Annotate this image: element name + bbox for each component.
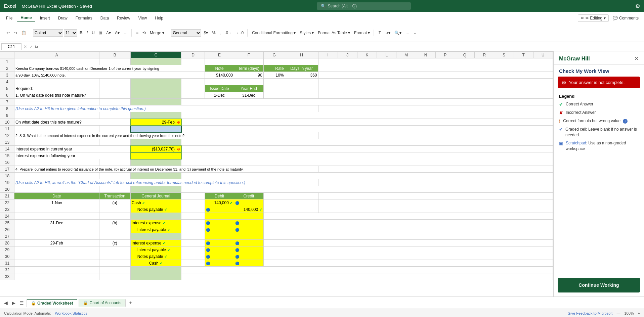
- cell-D18-rest[interactable]: [181, 173, 553, 179]
- cell-B4[interactable]: [99, 79, 130, 85]
- cell-D22[interactable]: [181, 199, 205, 206]
- cell-I8-rest[interactable]: [318, 105, 553, 112]
- cell-D11-rest[interactable]: [181, 126, 553, 132]
- cell-F28[interactable]: 🔵: [234, 240, 263, 246]
- expand-btn[interactable]: ⌄: [412, 30, 419, 36]
- format-as-table-btn[interactable]: Format As Table ▾: [316, 30, 352, 36]
- cell-I6-rest[interactable]: [318, 92, 553, 99]
- cell-G4[interactable]: [263, 79, 285, 85]
- clipboard-button[interactable]: 📋: [19, 30, 28, 36]
- cell-C24[interactable]: [130, 213, 181, 220]
- cell-B9[interactable]: [99, 112, 130, 119]
- cell-D21[interactable]: [181, 193, 205, 199]
- cell-D16-rest[interactable]: [181, 159, 553, 166]
- col-header-E[interactable]: E: [205, 52, 234, 58]
- col-header-B[interactable]: B: [99, 52, 130, 58]
- font-size-select[interactable]: 11: [64, 29, 77, 37]
- cell-A32[interactable]: [14, 267, 99, 273]
- cell-B33[interactable]: [99, 273, 130, 280]
- cell-D25[interactable]: [181, 220, 205, 226]
- cell-C7[interactable]: [130, 99, 181, 105]
- cell-D20-rest[interactable]: [181, 186, 553, 193]
- decrease-decimal-btn[interactable]: ←.0: [234, 30, 245, 36]
- col-header-H[interactable]: H: [285, 52, 318, 58]
- cell-C31[interactable]: Cash ✔: [130, 260, 181, 267]
- cell-C5[interactable]: [130, 85, 181, 92]
- cell-H2-days[interactable]: Days in year: [285, 65, 318, 72]
- info-icon[interactable]: i: [623, 119, 628, 124]
- cell-A23[interactable]: [14, 206, 99, 213]
- col-header-I[interactable]: I: [318, 52, 338, 58]
- cell-B7[interactable]: [99, 99, 130, 105]
- cell-A6[interactable]: 1. On what date does this note mature?: [14, 92, 99, 99]
- cell-A30[interactable]: [14, 253, 99, 260]
- sum-btn[interactable]: Σ: [377, 30, 382, 36]
- cell-C23-np[interactable]: Notes payable ✔: [130, 206, 181, 213]
- format-btn[interactable]: Format ▾: [352, 30, 372, 36]
- grid-scroll-area[interactable]: A B C D E F G H I J K L M N P: [0, 51, 553, 280]
- cell-B21-trans[interactable]: Transaction: [99, 193, 130, 199]
- cell-H6[interactable]: [285, 92, 318, 99]
- cell-C22-cash[interactable]: Cash ✔: [130, 199, 181, 206]
- cell-D23[interactable]: [181, 206, 205, 213]
- cell-H3-val[interactable]: 360: [285, 72, 318, 79]
- col-header-T[interactable]: T: [514, 52, 533, 58]
- cell-D26[interactable]: [181, 226, 205, 233]
- cell-E30[interactable]: 🔵: [205, 253, 234, 260]
- cell-E2-note[interactable]: Note: [205, 65, 234, 72]
- find-btn[interactable]: 🔍▾: [393, 30, 403, 36]
- cell-I1-rest[interactable]: [318, 58, 553, 65]
- col-header-G[interactable]: G: [263, 52, 285, 58]
- tab-help[interactable]: Help: [152, 14, 167, 22]
- cell-A2[interactable]: Keesha Company borrows $140,000 cash on …: [14, 65, 205, 72]
- cell-C18[interactable]: [130, 173, 181, 179]
- cell-F27[interactable]: [234, 233, 263, 240]
- cell-F31[interactable]: 🔵: [234, 260, 263, 267]
- col-header-R[interactable]: R: [475, 52, 494, 58]
- cell-C13[interactable]: [130, 139, 181, 146]
- cell-A7[interactable]: [14, 99, 99, 105]
- cell-I21-rest[interactable]: [318, 193, 553, 199]
- col-header-A[interactable]: A: [14, 52, 99, 58]
- cell-E5-issuedate[interactable]: Issue Date: [205, 85, 234, 92]
- cell-A1[interactable]: [14, 58, 99, 65]
- align-left-btn[interactable]: ≡: [134, 30, 140, 36]
- sheet-tab-graded[interactable]: 🔒 Graded Worksheet: [27, 299, 77, 307]
- undo-button[interactable]: ↩: [5, 30, 11, 36]
- cell-A29[interactable]: [14, 246, 99, 253]
- styles-btn[interactable]: Styles ▾: [298, 30, 315, 36]
- zoom-decrease-btn[interactable]: —: [616, 311, 620, 315]
- cell-F26[interactable]: 🔵: [234, 226, 263, 233]
- cell-E22-debit[interactable]: 140,000 ✔: [205, 199, 234, 206]
- cell-A33[interactable]: [14, 273, 99, 280]
- cell-F2-term[interactable]: Term (days): [234, 65, 263, 72]
- cell-G29-rest[interactable]: [263, 246, 553, 253]
- sheet-tab-accounts[interactable]: 🔒 Chart of Accounts: [79, 299, 126, 307]
- cell-G1[interactable]: [263, 58, 285, 65]
- cell-G25-rest[interactable]: [263, 220, 553, 226]
- col-header-Q[interactable]: Q: [455, 52, 474, 58]
- cell-C6[interactable]: [130, 92, 181, 99]
- cell-I22-rest[interactable]: [318, 199, 553, 206]
- font-family-select[interactable]: Calibri: [33, 29, 63, 37]
- cell-G30-rest[interactable]: [263, 253, 553, 260]
- font-color-button[interactable]: A▾: [113, 30, 121, 36]
- cell-E23-debit[interactable]: 🔵: [205, 206, 234, 213]
- cell-B25[interactable]: (b): [99, 220, 130, 226]
- cell-C27[interactable]: [130, 233, 181, 240]
- confirm-formula-btn[interactable]: ✓: [29, 44, 34, 49]
- cell-G5[interactable]: [263, 85, 285, 92]
- cell-G6[interactable]: [263, 92, 285, 99]
- cell-A31[interactable]: [14, 260, 99, 267]
- cell-C20[interactable]: [130, 186, 181, 193]
- cell-I5-rest[interactable]: [318, 85, 553, 92]
- cell-C11[interactable]: [130, 126, 181, 132]
- more-btn[interactable]: …: [404, 30, 411, 36]
- continue-working-button[interactable]: Continue Working: [558, 278, 640, 292]
- cell-A22-date[interactable]: 1-Nov: [14, 199, 99, 206]
- fill-color-button[interactable]: A▾: [104, 30, 113, 36]
- cell-I2-rest[interactable]: [318, 65, 553, 72]
- currency-btn[interactable]: $▾: [202, 30, 210, 36]
- cell-D33-rest[interactable]: [181, 273, 553, 280]
- cell-D1[interactable]: [181, 58, 205, 65]
